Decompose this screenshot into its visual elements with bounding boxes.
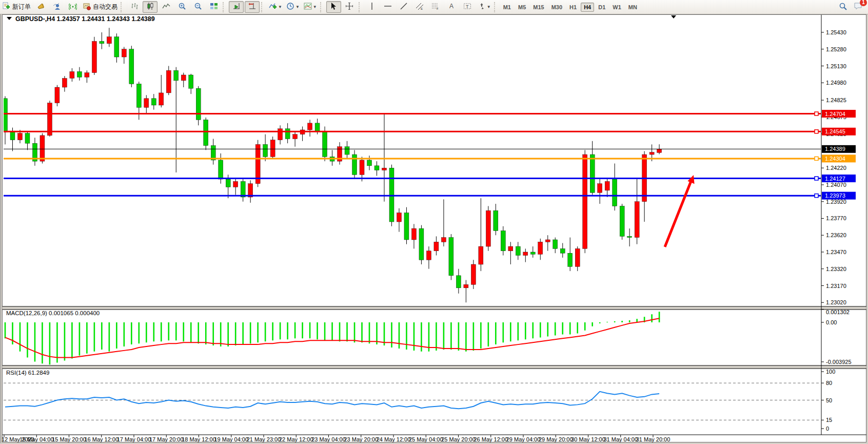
crosshair-icon — [345, 2, 353, 12]
candle-bullish — [62, 79, 67, 87]
tile-windows-button[interactable] — [206, 1, 221, 13]
text-button[interactable]: A — [444, 1, 459, 13]
svg-text:E: E — [421, 7, 423, 10]
candle-bearish — [501, 231, 505, 251]
search-icon[interactable] — [839, 2, 847, 12]
candle-bearish — [114, 37, 119, 57]
time-axis-label: 15 May 20:00 — [52, 436, 86, 442]
toolbar-separator — [320, 2, 325, 12]
candle-bearish — [219, 160, 223, 179]
dropdown-caret: ▼ — [295, 5, 300, 9]
auto-scroll-button[interactable] — [229, 1, 244, 13]
candle-bearish — [323, 131, 327, 157]
clock-icon — [286, 2, 294, 12]
timeframe-button-M1[interactable]: M1 — [500, 3, 514, 12]
candle-bearish — [10, 132, 15, 140]
line-selection-handle[interactable] — [815, 112, 818, 115]
arrows-icon — [478, 2, 486, 12]
line-chart-icon — [162, 2, 170, 12]
fibonacci-button[interactable]: F — [428, 1, 443, 13]
line-selection-handle[interactable] — [815, 130, 818, 133]
time-axis-label: 30 May 12:00 — [571, 436, 605, 442]
price-axis-label: 1.23470 — [826, 249, 846, 255]
price-axis-label: 1.23170 — [826, 283, 846, 289]
chart-canvas[interactable]: 1.254301.252801.251301.249801.248251.246… — [0, 0, 868, 444]
indicators-icon — [269, 2, 277, 12]
candle-bearish — [25, 133, 30, 144]
toolbar-separator — [359, 2, 363, 12]
virtual-hosting-button[interactable] — [49, 1, 64, 13]
candle-bullish — [107, 37, 111, 44]
timeframe-button-M5[interactable]: M5 — [515, 3, 529, 12]
timeframe-button-H1[interactable]: H1 — [566, 3, 580, 12]
arrows-button[interactable]: ▼ — [476, 1, 492, 13]
candle-bearish — [352, 155, 357, 175]
rsi-axis-label: 80 — [826, 380, 832, 386]
candle-bearish — [620, 206, 624, 236]
timeframe-button-W1[interactable]: W1 — [609, 3, 624, 12]
candle-bearish — [553, 240, 558, 248]
text-label-button[interactable]: T — [460, 1, 475, 13]
timeframe-button-MN[interactable]: MN — [625, 3, 640, 12]
candle-bullish — [508, 246, 513, 251]
price-axis-label: 1.24980 — [826, 80, 846, 86]
candlestick-chart-button[interactable] — [143, 1, 157, 13]
cursor-button[interactable] — [326, 1, 341, 13]
zoom-out-button[interactable] — [190, 1, 205, 13]
trendline-button[interactable] — [397, 1, 411, 13]
candle-bullish — [92, 41, 96, 72]
price-label-text: 1.24304 — [825, 156, 845, 162]
candle-bullish — [657, 149, 662, 152]
indicators-button[interactable]: ▼ — [267, 1, 284, 13]
zoom-out-icon — [194, 2, 202, 12]
chat-button[interactable]: 1 — [854, 2, 863, 12]
crosshair-button[interactable] — [342, 1, 357, 13]
time-axis-label: 15 May 04:00 — [19, 436, 54, 442]
signals-button[interactable] — [65, 1, 80, 13]
candle-bullish — [278, 129, 283, 140]
timeframe-group: M1M5M15M30H1H4D1W1MN — [500, 3, 641, 12]
timeframe-button-D1[interactable]: D1 — [595, 3, 608, 12]
templates-button[interactable]: ▼ — [302, 1, 319, 13]
candle-bullish — [47, 103, 52, 136]
timeframe-button-H4[interactable]: H4 — [581, 3, 594, 12]
candle-bullish — [360, 160, 364, 175]
panel-divider[interactable] — [3, 306, 866, 310]
line-chart-button[interactable] — [159, 1, 173, 13]
price-label-text: 1.23973 — [825, 192, 845, 199]
timeframe-button-M30[interactable]: M30 — [548, 3, 565, 12]
periods-button[interactable]: ▼ — [285, 1, 301, 13]
candle-bullish — [583, 155, 587, 248]
line-selection-handle[interactable] — [815, 177, 818, 180]
timeframe-button-M15[interactable]: M15 — [530, 3, 547, 12]
time-axis-label: 16 May 12:00 — [84, 436, 119, 442]
candle-bearish — [226, 179, 230, 187]
market-button[interactable] — [33, 1, 48, 13]
candle-bearish — [196, 88, 201, 120]
panel-divider[interactable] — [3, 365, 866, 369]
dropdown-caret: ▼ — [278, 5, 282, 9]
vertical-line-button[interactable] — [365, 1, 380, 13]
macd-axis-label: 0.001302 — [826, 309, 850, 315]
new-order-button[interactable]: 新订单 — [1, 1, 32, 13]
line-selection-handle[interactable] — [815, 157, 818, 160]
autotrading-button[interactable]: 自动交易 — [81, 1, 119, 13]
equidistant-channel-button[interactable]: E — [412, 1, 427, 13]
candle-bullish — [122, 49, 126, 57]
new-order-icon — [2, 2, 10, 12]
zoom-in-button[interactable] — [174, 1, 189, 13]
line-selection-handle[interactable] — [815, 194, 818, 198]
candle-bullish — [144, 99, 149, 107]
metatrader-window: 新订单 自动交易 — [0, 0, 868, 444]
autotrading-icon — [83, 2, 91, 12]
candle-bullish — [441, 238, 446, 242]
horizontal-line-button[interactable] — [381, 1, 396, 13]
candle-bullish — [635, 202, 639, 238]
candle-bullish — [649, 152, 654, 155]
chart-shift-button[interactable] — [245, 1, 260, 13]
time-axis-label: 23 May 20:00 — [344, 436, 378, 442]
time-axis-label: 25 May 04:00 — [409, 436, 443, 442]
bar-chart-button[interactable] — [127, 1, 142, 13]
candle-bullish — [479, 246, 483, 264]
price-label-text: 1.24704 — [825, 111, 845, 117]
